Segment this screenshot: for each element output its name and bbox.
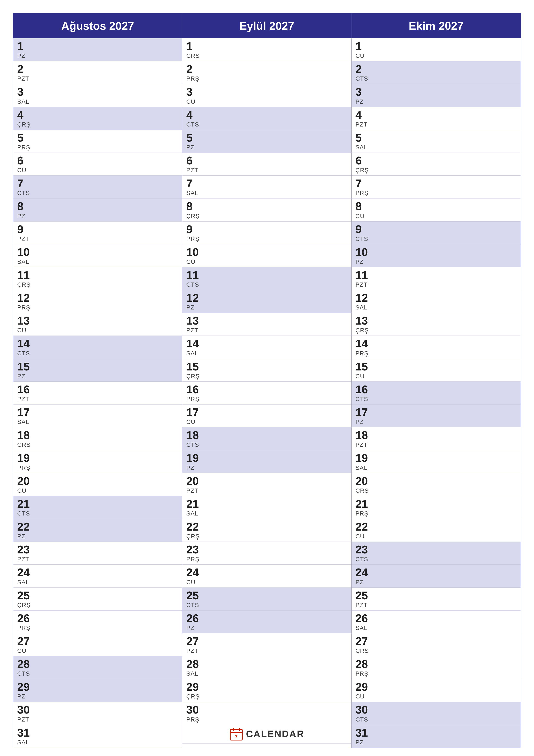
logo-cell: 7 CALENDAR (182, 725, 351, 743)
day-number: 3 (355, 86, 517, 98)
day-cell: 16PZT (13, 382, 182, 405)
day-name: PZT (186, 167, 347, 174)
day-cell: 20CU (13, 473, 182, 496)
day-cell: 13ÇRŞ (352, 313, 521, 336)
month-header-september: Eylül 2027 (182, 14, 351, 39)
day-name: CTS (17, 190, 178, 197)
day-name: CU (186, 579, 347, 586)
day-cell: 31PZ (352, 725, 521, 748)
day-cell: 22ÇRŞ (182, 519, 351, 542)
day-name: CTS (186, 121, 347, 128)
day-cell: 5PRŞ (13, 130, 182, 153)
day-number: 12 (17, 292, 178, 304)
day-number: 10 (186, 246, 347, 258)
day-number: 3 (186, 86, 347, 98)
day-name: PRŞ (186, 75, 347, 82)
header-row: Ağustos 2027 Eylül 2027 Ekim 2027 (13, 14, 521, 39)
day-name: PZ (186, 625, 347, 632)
day-number: 29 (355, 681, 517, 693)
day-number: 7 (186, 177, 347, 190)
day-cell: 12PZ (182, 290, 351, 313)
day-cell: 20PZT (182, 473, 351, 496)
day-cell: 30PRŞ (182, 702, 351, 725)
day-cell: 26PRŞ (13, 610, 182, 634)
day-cell: 9CTS (352, 222, 521, 244)
day-number: 1 (17, 40, 178, 52)
day-name: PZT (17, 235, 178, 242)
day-cell: 17PZ (352, 405, 521, 427)
day-cell: 30PZT (13, 702, 182, 725)
day-cell: 7PRŞ (352, 176, 521, 199)
calendar-icon: 7 (229, 727, 243, 741)
day-number: 21 (186, 498, 347, 510)
day-number: 2 (17, 63, 178, 75)
day-cell: 21CTS (13, 496, 182, 519)
day-name: CU (17, 167, 178, 174)
day-name: SAL (17, 98, 178, 105)
day-cell: 9PRŞ (182, 222, 351, 244)
day-cell: 28PRŞ (352, 656, 521, 679)
day-name: PZ (355, 739, 517, 746)
day-cell: 20ÇRŞ (352, 473, 521, 496)
day-name: CU (186, 258, 347, 265)
day-name: PZT (355, 281, 517, 288)
day-number: 8 (355, 200, 517, 212)
day-name: PZT (17, 556, 178, 563)
day-number: 1 (186, 40, 347, 52)
day-number: 18 (186, 429, 347, 441)
day-name: CTS (355, 556, 517, 563)
day-number: 18 (355, 429, 517, 441)
day-name: CTS (186, 441, 347, 448)
day-name: SAL (186, 190, 347, 197)
day-number: 19 (355, 452, 517, 464)
day-cell: 21PRŞ (352, 496, 521, 519)
day-number: 7 (17, 177, 178, 190)
day-number: 9 (355, 223, 517, 235)
day-cell: 14PRŞ (352, 336, 521, 359)
day-number: 23 (186, 544, 347, 556)
day-name: PRŞ (186, 556, 347, 563)
day-number: 22 (17, 521, 178, 533)
day-name: CTS (355, 396, 517, 403)
day-name: CTS (186, 602, 347, 608)
day-number: 31 (355, 727, 517, 739)
day-number: 25 (355, 589, 517, 602)
day-number: 6 (355, 154, 517, 167)
day-cell: 26PZ (182, 610, 351, 634)
day-number: 9 (186, 223, 347, 235)
day-name: PZ (355, 98, 517, 105)
day-number: 8 (186, 200, 347, 212)
day-name: SAL (17, 739, 178, 746)
day-cell: 16CTS (352, 382, 521, 405)
day-number: 26 (17, 612, 178, 625)
day-name: PZT (186, 327, 347, 334)
day-name: PZ (186, 144, 347, 151)
day-name: SAL (17, 258, 178, 265)
day-number: 23 (17, 544, 178, 556)
day-name: PZ (17, 373, 178, 380)
day-cell: 7SAL (182, 176, 351, 199)
day-name: PZ (355, 579, 517, 586)
day-number: 5 (355, 132, 517, 144)
day-number: 14 (186, 338, 347, 350)
day-cell: 13CU (13, 313, 182, 336)
day-number: 30 (355, 704, 517, 716)
day-number: 26 (186, 612, 347, 625)
day-cell: 14CTS (13, 336, 182, 359)
day-number: 27 (186, 635, 347, 647)
day-name: ÇRŞ (186, 533, 347, 540)
day-name: CU (17, 647, 178, 654)
day-cell: 19SAL (352, 450, 521, 473)
day-cell: 25PZT (352, 588, 521, 610)
day-number: 27 (355, 635, 517, 647)
day-name: PZT (355, 121, 517, 128)
day-name: PRŞ (17, 304, 178, 311)
day-cell: 4ÇRŞ (13, 107, 182, 130)
day-number: 30 (186, 704, 347, 716)
day-cell: 22PZ (13, 519, 182, 542)
day-cell: 13PZT (182, 313, 351, 336)
day-cell: 2PZT (13, 61, 182, 84)
day-name: ÇRŞ (17, 441, 178, 448)
day-number: 13 (17, 315, 178, 327)
day-name: ÇRŞ (17, 121, 178, 128)
